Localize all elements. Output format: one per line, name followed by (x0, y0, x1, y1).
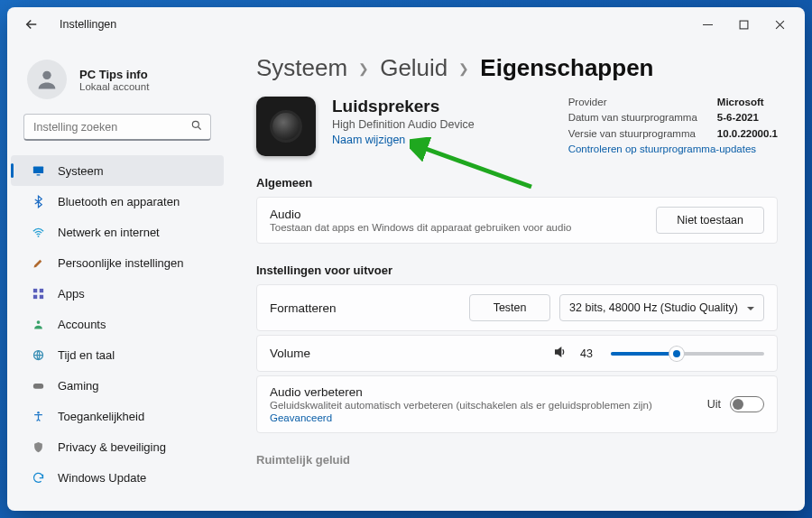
sidebar-item-label: Windows Update (58, 471, 146, 485)
volume-slider[interactable] (611, 352, 764, 356)
settings-window: Instellingen PC Tips info Lokaal account (7, 7, 805, 511)
format-title: Formatteren (270, 301, 460, 315)
rename-link[interactable]: Naam wijzigen (332, 134, 475, 146)
enhance-toggle[interactable] (730, 396, 764, 412)
sidebar-item-label: Tijd en taal (58, 348, 115, 362)
test-button[interactable]: Testen (469, 294, 550, 321)
svg-point-10 (36, 320, 40, 324)
volume-icon[interactable] (553, 345, 567, 362)
user-name: PC Tips info (79, 68, 149, 81)
driver-info: Provider Microsoft Datum van stuurprogra… (568, 97, 778, 156)
nav-list: Systeem Bluetooth en apparaten Netwerk e… (7, 153, 227, 493)
svg-rect-12 (32, 384, 42, 389)
svg-point-1 (42, 71, 51, 79)
svg-point-13 (37, 411, 40, 413)
person-icon (31, 317, 45, 331)
enhance-title: Audio verbeteren (270, 385, 707, 399)
svg-rect-9 (39, 294, 42, 298)
breadcrumb: Systeem ❯ Geluid ❯ Eigenschappen (256, 54, 778, 82)
bluetooth-icon (31, 194, 45, 208)
svg-point-5 (37, 235, 39, 236)
enhance-card: Audio verbeteren Geluidskwaliteit automa… (256, 375, 778, 433)
device-header: Luidsprekers High Definition Audio Devic… (256, 97, 778, 156)
sidebar-item-update[interactable]: Windows Update (11, 462, 224, 493)
device-subtitle: High Definition Audio Device (332, 118, 475, 131)
monitor-icon (31, 163, 45, 178)
driver-date-value: 5-6-2021 (717, 112, 778, 125)
sidebar-item-accounts[interactable]: Accounts (11, 309, 224, 339)
driver-version-value: 10.0.22000.1 (717, 128, 778, 141)
apps-icon (31, 286, 45, 301)
disallow-button[interactable]: Niet toestaan (656, 207, 764, 234)
provider-value: Microsoft (717, 97, 778, 109)
sidebar-item-gaming[interactable]: Gaming (11, 370, 224, 401)
format-card: Formatteren Testen 32 bits, 48000 Hz (St… (256, 284, 778, 331)
sidebar-item-label: Privacy & beveiliging (58, 440, 166, 454)
svg-point-2 (192, 121, 198, 127)
sidebar-item-persoonlijk[interactable]: Persoonlijke instellingen (11, 247, 224, 278)
user-block[interactable]: PC Tips info Lokaal account (7, 49, 227, 114)
close-button[interactable] (761, 11, 798, 38)
section-output: Instellingen voor uitvoer (256, 264, 778, 277)
sidebar-item-privacy[interactable]: Privacy & beveiliging (11, 431, 224, 462)
audio-card: Audio Toestaan dat apps en Windows dit a… (256, 197, 778, 244)
device-title: Luidsprekers (332, 97, 475, 116)
sidebar-item-systeem[interactable]: Systeem (11, 155, 224, 186)
maximize-button[interactable] (725, 11, 761, 38)
sidebar-item-label: Toegankelijkheid (58, 410, 144, 423)
check-updates-link[interactable]: Controleren op stuurprogramma-updates (568, 143, 778, 156)
update-icon (31, 470, 45, 485)
sidebar-item-tijd[interactable]: Tijd en taal (11, 339, 224, 370)
volume-card: Volume 43 (256, 335, 778, 372)
game-icon (31, 378, 45, 393)
speaker-icon (256, 97, 316, 156)
breadcrumb-item-sound[interactable]: Geluid (380, 54, 448, 82)
sidebar-item-netwerk[interactable]: Netwerk en internet (11, 217, 224, 247)
svg-rect-3 (32, 166, 42, 173)
main-content: Systeem ❯ Geluid ❯ Eigenschappen Luidspr… (231, 42, 805, 511)
user-sub: Lokaal account (79, 81, 149, 92)
minimize-button[interactable] (689, 11, 725, 38)
back-icon[interactable] (23, 16, 40, 32)
section-spatial: Ruimtelijk geluid (256, 453, 778, 467)
chevron-right-icon: ❯ (358, 61, 369, 76)
format-dropdown[interactable]: 32 bits, 48000 Hz (Studio Quality) (559, 294, 764, 321)
audio-sub: Toestaan dat apps en Windows dit apparaa… (270, 222, 656, 233)
svg-rect-8 (32, 294, 36, 298)
audio-title: Audio (270, 208, 656, 221)
sidebar-item-label: Gaming (58, 379, 99, 393)
toggle-label: Uit (707, 398, 721, 411)
driver-version-label: Versie van stuurprogramma (568, 128, 697, 141)
volume-title: Volume (270, 347, 540, 360)
breadcrumb-item-system[interactable]: Systeem (256, 54, 347, 82)
search-icon (190, 119, 203, 134)
sidebar-item-label: Persoonlijke instellingen (58, 256, 183, 270)
globe-icon (31, 347, 45, 362)
section-general: Algemeen (256, 176, 778, 190)
enhance-sub: Geluidskwaliteit automatisch verbeteren … (270, 400, 652, 411)
app-title: Instellingen (60, 18, 116, 31)
sidebar-item-label: Apps (58, 287, 85, 301)
wifi-icon (31, 225, 45, 239)
provider-label: Provider (568, 97, 697, 109)
driver-date-label: Datum van stuurprogramma (568, 112, 697, 125)
sidebar: PC Tips info Lokaal account Systeem (7, 42, 231, 511)
avatar-icon (27, 60, 67, 99)
search-input[interactable] (32, 120, 190, 134)
breadcrumb-item-properties: Eigenschappen (480, 54, 653, 82)
shield-icon (31, 439, 45, 454)
svg-rect-0 (740, 21, 748, 29)
svg-rect-7 (39, 288, 42, 291)
sidebar-item-apps[interactable]: Apps (11, 278, 224, 309)
sidebar-item-bluetooth[interactable]: Bluetooth en apparaten (11, 186, 224, 217)
sidebar-item-label: Bluetooth en apparaten (58, 195, 180, 208)
sidebar-item-label: Accounts (58, 318, 106, 331)
accessibility-icon (31, 409, 45, 423)
svg-rect-6 (32, 288, 36, 291)
sidebar-item-label: Netwerk en internet (58, 226, 160, 239)
search-box[interactable] (23, 114, 211, 141)
titlebar: Instellingen (7, 7, 805, 42)
sidebar-item-toegang[interactable]: Toegankelijkheid (11, 401, 224, 431)
advanced-link[interactable]: Geavanceerd (270, 412, 707, 423)
chevron-right-icon: ❯ (458, 61, 469, 76)
